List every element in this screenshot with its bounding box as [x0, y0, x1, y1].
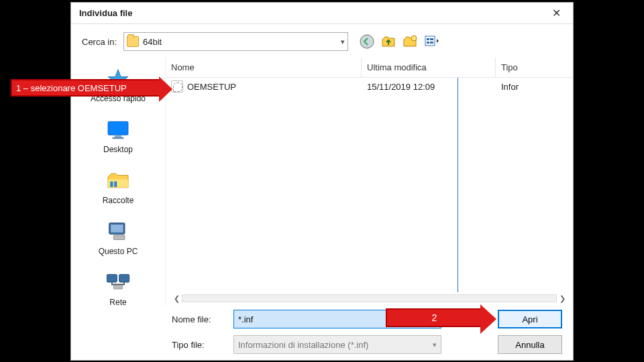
place-network[interactable]: Rete: [71, 265, 165, 314]
look-in-label: Cerca in:: [82, 37, 117, 47]
file-list-header: Nome Ultima modifica Tipo: [166, 58, 573, 78]
back-icon[interactable]: [359, 34, 375, 50]
libraries-icon: [104, 168, 132, 193]
svg-rect-5: [430, 38, 433, 40]
window-title: Individua file: [79, 8, 547, 18]
file-list-pane: Nome Ultima modifica Tipo OEMSETUP 15/11…: [165, 58, 573, 306]
this-pc-icon: [104, 219, 132, 244]
file-type: Infor: [496, 82, 573, 92]
svg-rect-2: [425, 36, 435, 46]
svg-rect-9: [115, 135, 121, 137]
place-this-pc-label: Questo PC: [71, 247, 165, 256]
svg-rect-4: [427, 42, 429, 44]
scroll-right-icon[interactable]: ❯: [557, 294, 568, 303]
file-name: OEMSETUP: [187, 82, 236, 92]
close-icon[interactable]: ✕: [547, 4, 566, 22]
svg-point-1: [411, 36, 417, 41]
svg-rect-13: [114, 182, 117, 187]
svg-rect-17: [107, 274, 117, 282]
bottom-controls: Nome file: Apri Tipo file: Informazioni …: [71, 306, 573, 359]
scroll-track[interactable]: [182, 294, 557, 302]
svg-rect-15: [111, 225, 123, 233]
column-resize-handle[interactable]: [458, 78, 458, 292]
horizontal-scrollbar[interactable]: ❮ ❯: [171, 292, 568, 304]
svg-rect-16: [113, 235, 125, 240]
place-libraries[interactable]: Raccolte: [71, 164, 165, 212]
filetype-value: Informazioni di installazione (*.inf): [238, 340, 368, 350]
open-button[interactable]: Apri: [498, 310, 562, 328]
chevron-down-icon: ▾: [433, 341, 437, 349]
svg-rect-12: [110, 182, 113, 187]
file-row[interactable]: OEMSETUP 15/11/2019 12:09 Infor: [166, 78, 573, 95]
place-libraries-label: Raccolte: [71, 196, 165, 205]
place-this-pc[interactable]: Questo PC: [71, 215, 165, 263]
svg-rect-3: [427, 38, 429, 40]
scroll-left-icon[interactable]: ❮: [171, 294, 182, 303]
column-header-type[interactable]: Tipo: [496, 58, 573, 77]
chevron-down-icon[interactable]: ▾: [341, 38, 345, 46]
svg-point-0: [360, 35, 374, 48]
svg-rect-6: [430, 42, 433, 44]
place-network-label: Rete: [71, 298, 165, 307]
view-menu-icon[interactable]: [423, 34, 439, 50]
file-modified: 15/11/2019 12:09: [362, 82, 496, 92]
toolbar-icons: [359, 34, 439, 50]
arrow-right-icon: [159, 76, 172, 102]
folder-icon: [127, 36, 139, 47]
filename-row: Nome file: Apri: [172, 310, 562, 328]
annotation-step-1: 1 – selezionare OEMSETUP: [11, 79, 162, 97]
filename-label: Nome file:: [172, 314, 225, 324]
filetype-label: Tipo file:: [172, 340, 225, 350]
filetype-combo[interactable]: Informazioni di installazione (*.inf) ▾: [233, 335, 441, 354]
file-open-dialog: Individua file ✕ Cerca in: 64bit ▾: [70, 2, 574, 361]
place-desktop-label: Desktop: [71, 145, 165, 154]
up-one-level-icon[interactable]: [380, 34, 396, 50]
network-icon: [104, 269, 132, 295]
svg-rect-10: [113, 137, 124, 139]
annotation-step-2: 2: [386, 308, 483, 327]
column-header-name[interactable]: Nome: [166, 58, 362, 77]
cancel-button[interactable]: Annulla: [498, 335, 562, 354]
svg-rect-8: [108, 121, 128, 135]
new-folder-icon[interactable]: [402, 34, 418, 50]
svg-rect-18: [119, 274, 129, 282]
place-desktop[interactable]: Desktop: [71, 113, 165, 161]
svg-rect-19: [113, 284, 122, 289]
look-in-value: 64bit: [143, 37, 337, 47]
arrow-right-icon: [480, 304, 496, 334]
filetype-row: Tipo file: Informazioni di installazione…: [172, 335, 562, 354]
look-in-combo[interactable]: 64bit ▾: [123, 32, 348, 51]
inf-file-icon: [171, 80, 183, 93]
titlebar: Individua file ✕: [71, 3, 573, 24]
look-in-row: Cerca in: 64bit ▾: [71, 24, 573, 58]
desktop-icon: [104, 117, 132, 142]
column-header-modified[interactable]: Ultima modifica: [362, 58, 496, 77]
